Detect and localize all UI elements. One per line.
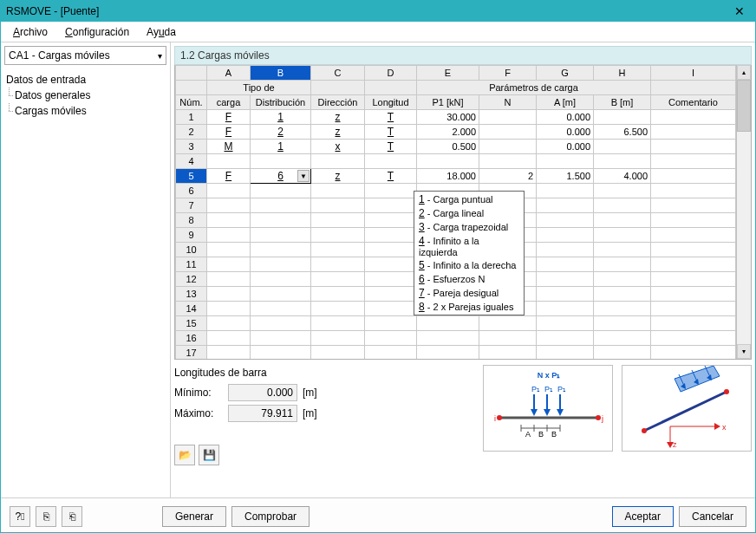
cell-empty[interactable] xyxy=(651,272,736,287)
cell-empty[interactable] xyxy=(651,243,736,257)
cancelar-button[interactable]: Cancelar xyxy=(679,506,746,527)
cell-longitud[interactable]: T xyxy=(365,110,417,125)
import-button[interactable]: ⎗ xyxy=(62,506,82,527)
cell-distribucion[interactable]: 6▼ xyxy=(251,169,311,184)
row-header[interactable]: 3 xyxy=(176,140,207,154)
cell-empty[interactable] xyxy=(311,184,365,198)
dropdown-arrow-icon[interactable]: ▼ xyxy=(297,170,310,182)
cell-empty[interactable] xyxy=(207,257,251,272)
cell-empty[interactable] xyxy=(651,316,736,331)
cell-empty[interactable] xyxy=(594,184,651,198)
cell-empty[interactable] xyxy=(651,228,736,243)
menu-configuracion[interactable]: Configuración xyxy=(56,23,138,41)
cell-empty[interactable] xyxy=(251,184,311,198)
cell-empty[interactable] xyxy=(537,257,594,272)
cell-empty[interactable] xyxy=(594,213,651,228)
col-F[interactable]: F xyxy=(479,66,537,81)
cell-empty[interactable] xyxy=(594,346,651,360)
cell-empty[interactable] xyxy=(251,272,311,287)
cell-empty[interactable] xyxy=(417,331,479,346)
cell-empty[interactable] xyxy=(311,287,365,302)
cell-comentario[interactable] xyxy=(651,140,736,154)
close-icon[interactable]: ✕ xyxy=(729,4,750,18)
cell-b[interactable] xyxy=(594,140,651,154)
case-combo[interactable]: CA1 - Cargas móviles ▾ xyxy=(4,46,166,65)
cell-p1[interactable]: 2.000 xyxy=(417,125,479,140)
col-H[interactable]: H xyxy=(594,66,651,81)
row-header[interactable]: 9 xyxy=(176,228,207,243)
cell-direccion[interactable]: z xyxy=(311,125,365,140)
cell-comentario[interactable] xyxy=(651,169,736,184)
menu-archivo[interactable]: Archivo xyxy=(4,23,56,41)
row-header[interactable]: 11 xyxy=(176,257,207,272)
cell-empty[interactable] xyxy=(537,198,594,213)
cell-empty[interactable] xyxy=(537,302,594,316)
cell-empty[interactable] xyxy=(537,272,594,287)
cell-empty[interactable] xyxy=(311,257,365,272)
cell-empty[interactable] xyxy=(651,257,736,272)
vertical-scrollbar[interactable]: ▴ ▾ xyxy=(736,65,751,359)
col-C[interactable]: C xyxy=(311,66,365,81)
cell-empty[interactable] xyxy=(365,302,417,316)
cell-empty[interactable] xyxy=(651,198,736,213)
col-G[interactable]: G xyxy=(537,66,594,81)
cell-empty[interactable] xyxy=(365,184,417,198)
cell-empty[interactable] xyxy=(594,331,651,346)
row-header[interactable]: 4 xyxy=(176,154,207,169)
cell-empty[interactable] xyxy=(207,228,251,243)
cell-p1[interactable]: 30.000 xyxy=(417,110,479,125)
cell-carga[interactable]: M xyxy=(207,140,251,154)
export-button[interactable]: ⎘ xyxy=(36,506,56,527)
cell-empty[interactable] xyxy=(251,198,311,213)
cell-a[interactable]: 0.000 xyxy=(537,110,594,125)
cell-longitud[interactable] xyxy=(365,154,417,169)
cell-empty[interactable] xyxy=(365,272,417,287)
row-header[interactable]: 5 xyxy=(176,169,207,184)
cell-empty[interactable] xyxy=(207,243,251,257)
cell-direccion[interactable]: z xyxy=(311,110,365,125)
cell-empty[interactable] xyxy=(594,316,651,331)
cell-direccion[interactable]: z xyxy=(311,169,365,184)
row-header[interactable]: 14 xyxy=(176,302,207,316)
cell-empty[interactable] xyxy=(311,316,365,331)
cell-a[interactable]: 0.000 xyxy=(537,125,594,140)
row-header[interactable]: 16 xyxy=(176,331,207,346)
cell-distribucion[interactable] xyxy=(251,154,311,169)
cell-b[interactable] xyxy=(594,154,651,169)
cell-distribucion[interactable]: 1 xyxy=(251,110,311,125)
cell-empty[interactable] xyxy=(311,228,365,243)
tree-root[interactable]: Datos de entrada xyxy=(4,72,166,88)
row-header[interactable]: 6 xyxy=(176,184,207,198)
menu-ayuda[interactable]: Ayuda xyxy=(138,23,185,41)
cell-p1[interactable]: 0.500 xyxy=(417,140,479,154)
cell-empty[interactable] xyxy=(594,287,651,302)
cell-empty[interactable] xyxy=(651,331,736,346)
cell-empty[interactable] xyxy=(537,287,594,302)
cell-p1[interactable] xyxy=(417,154,479,169)
help-button[interactable]: ?⃝ xyxy=(10,506,30,527)
cell-empty[interactable] xyxy=(251,257,311,272)
cell-empty[interactable] xyxy=(537,228,594,243)
cell-empty[interactable] xyxy=(594,302,651,316)
cell-empty[interactable] xyxy=(537,346,594,360)
cell-empty[interactable] xyxy=(311,198,365,213)
cell-empty[interactable] xyxy=(479,316,537,331)
cell-n[interactable] xyxy=(479,140,537,154)
distribution-dropdown[interactable]: 1 - Carga puntual2 - Carga lineal3 - Car… xyxy=(414,191,525,315)
cell-a[interactable]: 0.000 xyxy=(537,140,594,154)
cell-empty[interactable] xyxy=(311,302,365,316)
dropdown-item[interactable]: 3 - Carga trapezoidal xyxy=(415,220,523,234)
cell-empty[interactable] xyxy=(365,243,417,257)
dropdown-item[interactable]: 4 - Infinito a la izquierda xyxy=(415,234,523,258)
cell-longitud[interactable]: T xyxy=(365,125,417,140)
cell-empty[interactable] xyxy=(365,316,417,331)
cell-empty[interactable] xyxy=(251,316,311,331)
cell-distribucion[interactable]: 1 xyxy=(251,140,311,154)
cell-empty[interactable] xyxy=(207,272,251,287)
cell-empty[interactable] xyxy=(207,302,251,316)
tree-cargas-moviles[interactable]: Cargas móviles xyxy=(4,103,166,119)
cell-empty[interactable] xyxy=(594,272,651,287)
cell-longitud[interactable]: T xyxy=(365,169,417,184)
cell-empty[interactable] xyxy=(207,331,251,346)
cell-empty[interactable] xyxy=(365,287,417,302)
